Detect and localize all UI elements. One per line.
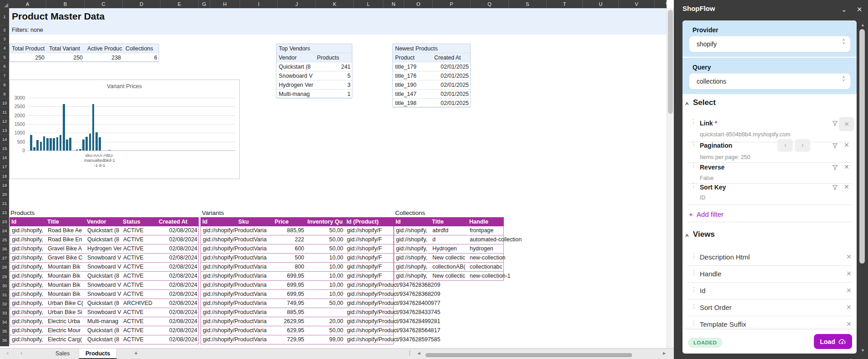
table-cell[interactable]: gid://shopify/Product/9347628368209	[345, 281, 394, 289]
column-header-G[interactable]: G	[199, 0, 210, 8]
table-cell[interactable]: gid://shopify,	[10, 235, 46, 244]
field-remove-button[interactable]: ✕	[844, 183, 849, 190]
drag-handle-icon[interactable]: ⋮	[691, 288, 697, 292]
row-header-36[interactable]: 36	[0, 336, 9, 345]
table-cell[interactable]: Mountain Bik	[46, 281, 85, 289]
sheet-vertical-scrollbar[interactable]	[667, 8, 674, 348]
table-cell[interactable]: Quickstart (8	[85, 326, 121, 335]
table-cell[interactable]: 02/08/2024	[157, 299, 199, 308]
table-cell[interactable]: gid://shopify,	[394, 263, 431, 271]
table-cell[interactable]: 02/08/2024	[157, 244, 199, 253]
table-cell[interactable]: gid://shopify/ProductVaria	[201, 299, 237, 308]
table-cell[interactable]: gid://shopify,	[394, 272, 431, 280]
row-header-26[interactable]: 26	[0, 244, 9, 254]
table-cell[interactable]: gid://shopify,	[394, 226, 431, 235]
table-cell[interactable]: gid://shopify/ProductVaria	[201, 308, 237, 317]
query-select[interactable]: collections ˄˅	[689, 73, 851, 90]
view-remove-button[interactable]: ✕	[846, 304, 852, 311]
table-cell[interactable]: 222	[273, 235, 306, 244]
row-header-4[interactable]: 4	[0, 44, 9, 53]
table-cell[interactable]: Snowboard V	[85, 263, 121, 271]
column-header-cell[interactable]: Id	[394, 217, 430, 226]
table-cell[interactable]: gid://shopify/F	[345, 254, 394, 262]
row-header-25[interactable]: 25	[0, 235, 9, 244]
add-filter-button[interactable]: + Add filter	[689, 210, 723, 218]
pagination-prev-button[interactable]: ‹	[778, 139, 793, 152]
table-cell[interactable]: gid://shopify/ProductVaria	[201, 326, 237, 335]
mini-cell[interactable]: 02/01/2025	[432, 99, 471, 108]
table-cell[interactable]: gid://shopify,	[10, 272, 46, 280]
table-cell[interactable]: 500	[273, 254, 306, 262]
table-cell[interactable]: gid://shopify/ProductVaria	[201, 254, 237, 262]
table-cell[interactable]: 699,95	[273, 281, 306, 289]
row-header-12[interactable]: 12	[0, 117, 9, 126]
variants-section-label[interactable]: Variants	[202, 209, 224, 218]
mini-cell[interactable]: title_179	[393, 62, 432, 71]
mini-col-header[interactable]: Total Variant	[47, 44, 85, 53]
column-header-O[interactable]: O	[404, 0, 433, 8]
hscroll-right-icon[interactable]: ▶	[660, 351, 668, 355]
column-header-cell[interactable]: Vendor	[85, 217, 121, 226]
sidebar-scroll-up-icon[interactable]: ▲	[861, 23, 865, 27]
view-item-template-suffix[interactable]: Template Suffix	[700, 320, 746, 328]
mini-cell[interactable]: 6	[123, 53, 160, 62]
mini-cell[interactable]: title_176	[393, 71, 432, 80]
row-header-15[interactable]: 15	[0, 144, 9, 153]
row-header-30[interactable]: 30	[0, 281, 9, 290]
table-cell[interactable]: Quickstart (8	[85, 299, 121, 308]
table-cell[interactable]: gid://shopify/Product/9347628400977	[345, 299, 394, 308]
table-cell[interactable]: abrdfd	[431, 226, 468, 235]
table-cell[interactable]: gid://shopify/F	[345, 272, 394, 280]
sheet-vscroll-thumb[interactable]	[668, 10, 673, 114]
column-header-W[interactable]: W	[655, 0, 667, 8]
view-remove-button[interactable]: ✕	[846, 270, 852, 277]
column-header-cell[interactable]: Sku	[236, 217, 273, 226]
column-header-cell[interactable]: Inventory Qu	[306, 217, 345, 226]
table-cell[interactable]: ACTIVE	[121, 226, 157, 235]
view-remove-button[interactable]: ✕	[846, 253, 852, 260]
row-header-19[interactable]: 19	[0, 181, 9, 190]
row-header-32[interactable]: 32	[0, 299, 9, 309]
table-cell[interactable]: gid://shopify/Product/9347628564817	[345, 326, 394, 335]
table-cell[interactable]: gid://shopify,	[10, 326, 46, 335]
mini-col-header[interactable]: Created At	[432, 53, 471, 62]
row-header-14[interactable]: 14	[0, 135, 9, 144]
row-header-11[interactable]: 11	[0, 108, 9, 117]
table-cell[interactable]: gid://shopify/Product/9347628368209	[345, 290, 394, 299]
table-cell[interactable]: Mountain Bik	[46, 290, 85, 299]
load-button[interactable]: Load	[814, 334, 852, 349]
mini-cell[interactable]: 02/01/2025	[432, 62, 471, 71]
table-cell[interactable]: gid://shopify,	[10, 290, 46, 299]
table-cell[interactable]: 729,95	[273, 335, 306, 344]
table-cell[interactable]: gid://shopify,	[10, 335, 46, 344]
view-item-handle[interactable]: Handle	[700, 270, 722, 278]
table-cell[interactable]: 02/08/2024	[157, 335, 199, 344]
row-header-1[interactable]: 1	[0, 8, 9, 25]
table-cell[interactable]: Snowboard V	[85, 308, 121, 317]
pane-splitter-icon[interactable]: ⋮	[406, 349, 414, 356]
table-cell[interactable]	[237, 263, 273, 271]
table-cell[interactable]: 699,95	[273, 272, 306, 280]
table-cell[interactable]: frontpage	[468, 226, 504, 235]
table-cell[interactable]: ACTIVE	[121, 254, 157, 262]
table-cell[interactable]: 02/08/2024	[157, 326, 199, 335]
table-cell[interactable]: gid://shopify,	[394, 254, 431, 262]
table-cell[interactable]: 50,00	[306, 244, 345, 253]
table-cell[interactable]: new-collection	[468, 254, 504, 262]
row-header-8[interactable]: 8	[0, 80, 9, 90]
mini-cell[interactable]: Hydrogen Ver	[276, 80, 315, 90]
table-cell[interactable]: ACTIVE	[121, 263, 157, 271]
table-cell[interactable]: 50,00	[306, 226, 345, 235]
mini-cell[interactable]: Quickstart (8	[276, 62, 315, 71]
row-header-22[interactable]: 22	[0, 208, 9, 217]
table-cell[interactable]: New collectic	[431, 254, 468, 262]
view-remove-button[interactable]: ✕	[846, 287, 852, 294]
table-cell[interactable]: gid://shopify/ProductVaria	[201, 244, 237, 253]
views-collapse-icon[interactable]: ^	[685, 233, 689, 239]
row-header-33[interactable]: 33	[0, 309, 9, 318]
table-cell[interactable]	[237, 299, 273, 308]
table-cell[interactable]: gid://shopify/ProductVaria	[201, 290, 237, 299]
row-header-27[interactable]: 27	[0, 254, 9, 263]
table-cell[interactable]: gid://shopify/F	[345, 263, 394, 271]
table-cell[interactable]: Snowboard V	[85, 254, 121, 262]
